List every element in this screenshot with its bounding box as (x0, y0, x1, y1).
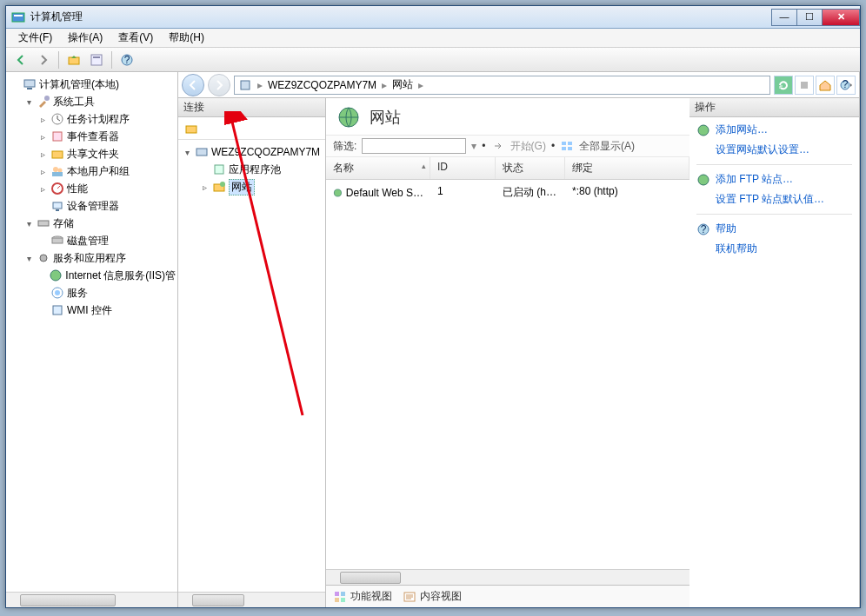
svg-rect-7 (24, 80, 35, 87)
menu-view[interactable]: 查看(V) (111, 29, 160, 47)
mmc-toolbar: ? (6, 48, 860, 72)
tree-shared-folders[interactable]: ▹共享文件夹 (8, 145, 176, 162)
home-icon[interactable] (816, 76, 835, 95)
svg-text:?: ? (701, 223, 707, 235)
connect-icon[interactable] (182, 119, 201, 138)
body: 计算机管理(本地) ▾系统工具 ▹任务计划程序 ▹事件查看器 ▹共享文件夹 ▹本… (6, 72, 860, 607)
svg-text:?: ? (843, 78, 849, 90)
computer-icon (23, 77, 37, 91)
properties-icon[interactable] (87, 50, 106, 70)
filter-input[interactable] (362, 138, 466, 154)
svg-rect-2 (69, 57, 79, 64)
svg-point-14 (58, 169, 63, 173)
svg-rect-11 (53, 132, 62, 141)
svg-rect-32 (197, 149, 207, 156)
tools-icon (37, 95, 50, 109)
tree-wmi[interactable]: WMI 控件 (8, 301, 176, 319)
nav-back-button[interactable] (182, 74, 204, 96)
stop-icon[interactable] (795, 76, 814, 95)
conn-apppools[interactable]: 应用程序池 (180, 161, 323, 178)
svg-point-13 (53, 167, 58, 172)
minimize-button[interactable]: — (771, 9, 797, 26)
breadcrumb[interactable]: ▸ WEZ9ZCQOZPAMY7M ▸ 网站 ▸ (234, 76, 770, 95)
content-view-tab[interactable]: 内容视图 (403, 589, 462, 604)
up-level-icon[interactable] (64, 50, 83, 70)
col-name[interactable]: 名称 (326, 157, 430, 179)
tree-device-manager[interactable]: 设备管理器 (8, 197, 176, 215)
server-icon (238, 78, 252, 92)
svg-rect-33 (215, 165, 223, 174)
tree-root[interactable]: 计算机管理(本地) (8, 76, 176, 93)
svg-rect-42 (335, 592, 339, 596)
action-ftp-defaults[interactable]: 设置 FTP 站点默认值… (696, 192, 852, 207)
svg-rect-43 (341, 592, 345, 596)
refresh-icon[interactable] (774, 76, 793, 95)
tree-local-users[interactable]: ▹本地用户和组 (8, 162, 176, 180)
actions-list: 添加网站… 设置网站默认设置… 添加 FTP 站点… 设置 FTP 站点默认值…… (689, 117, 859, 607)
tree-services-apps[interactable]: ▾服务和应用程序 (8, 249, 176, 267)
start-link[interactable]: 开始(G) (510, 139, 546, 154)
nav-forward-button[interactable] (208, 74, 230, 96)
action-help[interactable]: ?帮助 (696, 222, 852, 236)
col-id[interactable]: ID (430, 157, 496, 179)
content-title: 网站 (326, 98, 689, 135)
conn-server[interactable]: ▾WEZ9ZCQOZPAMY7M (180, 143, 323, 161)
grid-scrollbar[interactable] (326, 569, 689, 585)
separator (111, 51, 112, 69)
conn-sites[interactable]: ▹网站 (180, 178, 323, 195)
tree-event-viewer[interactable]: ▹事件查看器 (8, 128, 176, 145)
action-add-ftp[interactable]: 添加 FTP 站点… (696, 172, 852, 187)
help-small-icon: ? (696, 222, 710, 236)
col-status[interactable]: 状态 (496, 157, 565, 179)
action-site-defaults[interactable]: 设置网站默认设置… (696, 142, 852, 157)
close-button[interactable]: ✕ (822, 9, 860, 26)
connections-toolbar (178, 117, 325, 140)
tree-services[interactable]: 服务 (8, 284, 176, 301)
conn-scrollbar[interactable] (178, 592, 325, 607)
users-icon (50, 164, 64, 178)
back-button[interactable] (11, 50, 30, 70)
menu-help[interactable]: 帮助(H) (162, 29, 211, 47)
svg-rect-3 (91, 55, 102, 65)
features-view-tab[interactable]: 功能视图 (333, 589, 392, 604)
breadcrumb-sites[interactable]: 网站 (392, 77, 413, 92)
help-dropdown-icon[interactable]: ? (836, 76, 856, 95)
svg-point-48 (698, 175, 709, 185)
tree-storage[interactable]: ▾存储 (8, 215, 176, 232)
mid-body: 连接 ▾WEZ9ZCQOZPAMY7M 应用程序池 ▹网站 网站 (178, 98, 859, 607)
maximize-button[interactable]: ☐ (796, 9, 823, 26)
action-add-website[interactable]: 添加网站… (696, 123, 852, 137)
action-online-help[interactable]: 联机帮助 (696, 242, 852, 256)
grid-header: 名称 ID 状态 绑定 (326, 157, 689, 180)
table-row[interactable]: Default Web S… 1 已启动 (ht… *:80 (http) (326, 180, 689, 205)
col-binding[interactable]: 绑定 (565, 157, 689, 179)
connections-pane: 连接 ▾WEZ9ZCQOZPAMY7M 应用程序池 ▹网站 (178, 98, 326, 607)
actions-pane: 操作 添加网站… 设置网站默认设置… 添加 FTP 站点… 设置 FTP 站点默… (689, 98, 859, 607)
window-buttons: — ☐ ✕ (772, 9, 860, 26)
window-title: 计算机管理 (30, 10, 772, 24)
storage-icon (37, 216, 50, 230)
divider (696, 214, 852, 215)
showall-link[interactable]: 全部显示(A) (579, 139, 635, 154)
app-icon (11, 10, 25, 24)
divider (696, 164, 852, 165)
svg-point-22 (40, 255, 47, 262)
help-icon[interactable]: ? (117, 50, 137, 70)
mmc-tree-pane: 计算机管理(本地) ▾系统工具 ▹任务计划程序 ▹事件查看器 ▹共享文件夹 ▹本… (6, 72, 178, 607)
menu-file[interactable]: 文件(F) (11, 29, 59, 47)
left-scrollbar[interactable] (6, 592, 177, 607)
tree-task-scheduler[interactable]: ▹任务计划程序 (8, 110, 176, 128)
tree-system-tools[interactable]: ▾系统工具 (8, 93, 176, 110)
menu-action[interactable]: 操作(A) (61, 29, 110, 47)
mmc-tree: 计算机管理(本地) ▾系统工具 ▹任务计划程序 ▹事件查看器 ▹共享文件夹 ▹本… (6, 72, 177, 592)
content-pane: 网站 筛选: ▾ • 开始(G) • 全部显示(A) (326, 98, 689, 607)
iis-pane: ▸ WEZ9ZCQOZPAMY7M ▸ 网站 ▸ ? 连接 (178, 72, 860, 607)
tree-iis[interactable]: Internet 信息服务(IIS)管 (8, 267, 176, 284)
tree-performance[interactable]: ▹性能 (8, 180, 176, 197)
breadcrumb-server[interactable]: WEZ9ZCQOZPAMY7M (268, 79, 376, 91)
forward-button[interactable] (34, 50, 53, 70)
tree-disk-mgmt[interactable]: 磁盘管理 (8, 232, 176, 249)
sites-large-icon (336, 105, 361, 129)
sites-grid: 名称 ID 状态 绑定 Default Web S… 1 已启动 (ht… *:… (326, 157, 689, 569)
services-icon (50, 286, 64, 300)
